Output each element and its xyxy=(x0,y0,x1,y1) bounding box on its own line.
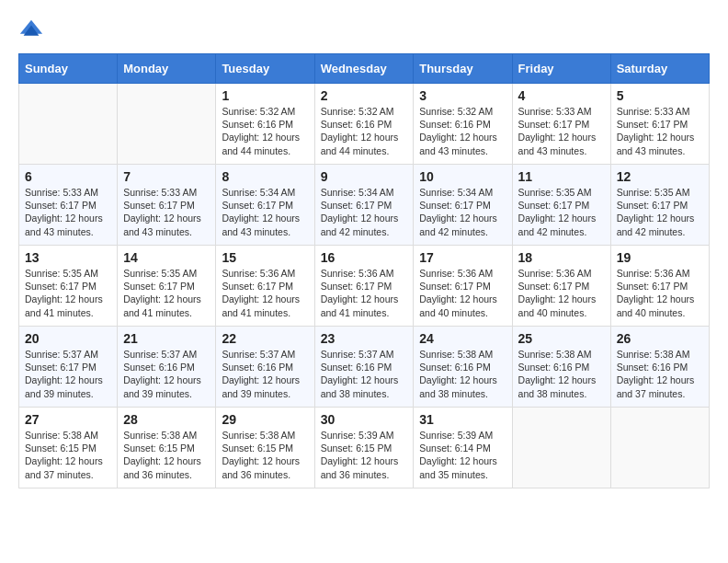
cell-info: Sunrise: 5:32 AMSunset: 6:16 PMDaylight:… xyxy=(222,105,308,157)
cell-info: Sunrise: 5:39 AMSunset: 6:15 PMDaylight:… xyxy=(321,429,408,481)
day-number: 14 xyxy=(123,250,210,265)
calendar-cell: 21Sunrise: 5:37 AMSunset: 6:16 PMDayligh… xyxy=(118,327,216,408)
day-number: 28 xyxy=(123,412,210,427)
page-header xyxy=(18,18,710,44)
cell-info: Sunrise: 5:33 AMSunset: 6:17 PMDaylight:… xyxy=(123,186,210,238)
calendar-cell: 9Sunrise: 5:34 AMSunset: 6:17 PMDaylight… xyxy=(314,165,414,246)
calendar-cell: 17Sunrise: 5:36 AMSunset: 6:17 PMDayligh… xyxy=(414,246,512,327)
calendar-cell: 5Sunrise: 5:33 AMSunset: 6:17 PMDaylight… xyxy=(610,84,709,165)
calendar-cell xyxy=(512,408,610,488)
cell-info: Sunrise: 5:33 AMSunset: 6:17 PMDaylight:… xyxy=(617,105,703,157)
cell-info: Sunrise: 5:36 AMSunset: 6:17 PMDaylight:… xyxy=(419,267,506,319)
day-header-monday: Monday xyxy=(118,54,216,84)
day-number: 17 xyxy=(419,250,506,265)
calendar-cell: 27Sunrise: 5:38 AMSunset: 6:15 PMDayligh… xyxy=(19,408,118,488)
calendar-cell: 2Sunrise: 5:32 AMSunset: 6:16 PMDaylight… xyxy=(314,84,414,165)
day-number: 9 xyxy=(321,169,408,184)
calendar-week-row: 20Sunrise: 5:37 AMSunset: 6:17 PMDayligh… xyxy=(19,327,710,408)
day-header-saturday: Saturday xyxy=(610,54,709,84)
day-number: 6 xyxy=(25,169,111,184)
day-number: 15 xyxy=(222,250,308,265)
calendar-cell: 8Sunrise: 5:34 AMSunset: 6:17 PMDaylight… xyxy=(216,165,314,246)
cell-info: Sunrise: 5:39 AMSunset: 6:14 PMDaylight:… xyxy=(419,429,506,481)
calendar-header-row: SundayMondayTuesdayWednesdayThursdayFrid… xyxy=(19,54,710,84)
calendar-cell: 16Sunrise: 5:36 AMSunset: 6:17 PMDayligh… xyxy=(314,246,414,327)
calendar-cell: 4Sunrise: 5:33 AMSunset: 6:17 PMDaylight… xyxy=(512,84,610,165)
calendar-cell: 7Sunrise: 5:33 AMSunset: 6:17 PMDaylight… xyxy=(118,165,216,246)
calendar-cell xyxy=(19,84,118,165)
day-header-sunday: Sunday xyxy=(19,54,118,84)
calendar-cell: 13Sunrise: 5:35 AMSunset: 6:17 PMDayligh… xyxy=(19,246,118,327)
calendar-cell: 22Sunrise: 5:37 AMSunset: 6:16 PMDayligh… xyxy=(216,327,314,408)
cell-info: Sunrise: 5:34 AMSunset: 6:17 PMDaylight:… xyxy=(321,186,408,238)
calendar-cell: 28Sunrise: 5:38 AMSunset: 6:15 PMDayligh… xyxy=(118,408,216,488)
day-number: 5 xyxy=(617,88,703,103)
calendar-cell xyxy=(118,84,216,165)
calendar-table: SundayMondayTuesdayWednesdayThursdayFrid… xyxy=(18,53,710,488)
day-number: 22 xyxy=(222,331,308,346)
cell-info: Sunrise: 5:38 AMSunset: 6:16 PMDaylight:… xyxy=(518,348,605,400)
calendar-cell: 11Sunrise: 5:35 AMSunset: 6:17 PMDayligh… xyxy=(512,165,610,246)
day-number: 26 xyxy=(617,331,703,346)
calendar-cell: 10Sunrise: 5:34 AMSunset: 6:17 PMDayligh… xyxy=(414,165,512,246)
day-number: 29 xyxy=(222,412,308,427)
cell-info: Sunrise: 5:35 AMSunset: 6:17 PMDaylight:… xyxy=(518,186,605,238)
calendar-week-row: 6Sunrise: 5:33 AMSunset: 6:17 PMDaylight… xyxy=(19,165,710,246)
calendar-cell: 15Sunrise: 5:36 AMSunset: 6:17 PMDayligh… xyxy=(216,246,314,327)
day-number: 23 xyxy=(321,331,408,346)
calendar-cell: 3Sunrise: 5:32 AMSunset: 6:16 PMDaylight… xyxy=(414,84,512,165)
cell-info: Sunrise: 5:36 AMSunset: 6:17 PMDaylight:… xyxy=(518,267,605,319)
day-number: 12 xyxy=(617,169,703,184)
day-number: 10 xyxy=(419,169,506,184)
cell-info: Sunrise: 5:38 AMSunset: 6:15 PMDaylight:… xyxy=(25,429,111,481)
calendar-week-row: 27Sunrise: 5:38 AMSunset: 6:15 PMDayligh… xyxy=(19,408,710,488)
day-number: 24 xyxy=(419,331,506,346)
day-header-thursday: Thursday xyxy=(414,54,512,84)
cell-info: Sunrise: 5:35 AMSunset: 6:17 PMDaylight:… xyxy=(25,267,111,319)
cell-info: Sunrise: 5:32 AMSunset: 6:16 PMDaylight:… xyxy=(321,105,408,157)
logo-icon xyxy=(18,18,44,44)
day-header-friday: Friday xyxy=(512,54,610,84)
day-number: 31 xyxy=(419,412,506,427)
day-number: 20 xyxy=(25,331,111,346)
cell-info: Sunrise: 5:36 AMSunset: 6:17 PMDaylight:… xyxy=(321,267,408,319)
cell-info: Sunrise: 5:35 AMSunset: 6:17 PMDaylight:… xyxy=(123,267,210,319)
calendar-cell: 1Sunrise: 5:32 AMSunset: 6:16 PMDaylight… xyxy=(216,84,314,165)
calendar-week-row: 1Sunrise: 5:32 AMSunset: 6:16 PMDaylight… xyxy=(19,84,710,165)
cell-info: Sunrise: 5:38 AMSunset: 6:15 PMDaylight:… xyxy=(123,429,210,481)
cell-info: Sunrise: 5:35 AMSunset: 6:17 PMDaylight:… xyxy=(617,186,703,238)
cell-info: Sunrise: 5:36 AMSunset: 6:17 PMDaylight:… xyxy=(617,267,703,319)
calendar-cell xyxy=(610,408,709,488)
day-number: 21 xyxy=(123,331,210,346)
day-number: 3 xyxy=(419,88,506,103)
cell-info: Sunrise: 5:37 AMSunset: 6:17 PMDaylight:… xyxy=(25,348,111,400)
calendar-cell: 12Sunrise: 5:35 AMSunset: 6:17 PMDayligh… xyxy=(610,165,709,246)
cell-info: Sunrise: 5:38 AMSunset: 6:15 PMDaylight:… xyxy=(222,429,308,481)
calendar-cell: 14Sunrise: 5:35 AMSunset: 6:17 PMDayligh… xyxy=(118,246,216,327)
day-number: 16 xyxy=(321,250,408,265)
cell-info: Sunrise: 5:32 AMSunset: 6:16 PMDaylight:… xyxy=(419,105,506,157)
cell-info: Sunrise: 5:34 AMSunset: 6:17 PMDaylight:… xyxy=(222,186,308,238)
calendar-cell: 18Sunrise: 5:36 AMSunset: 6:17 PMDayligh… xyxy=(512,246,610,327)
day-number: 25 xyxy=(518,331,605,346)
cell-info: Sunrise: 5:38 AMSunset: 6:16 PMDaylight:… xyxy=(617,348,703,400)
cell-info: Sunrise: 5:37 AMSunset: 6:16 PMDaylight:… xyxy=(222,348,308,400)
calendar-cell: 29Sunrise: 5:38 AMSunset: 6:15 PMDayligh… xyxy=(216,408,314,488)
day-number: 13 xyxy=(25,250,111,265)
day-number: 1 xyxy=(222,88,308,103)
calendar-cell: 23Sunrise: 5:37 AMSunset: 6:16 PMDayligh… xyxy=(314,327,414,408)
day-number: 19 xyxy=(617,250,703,265)
calendar-cell: 19Sunrise: 5:36 AMSunset: 6:17 PMDayligh… xyxy=(610,246,709,327)
day-header-wednesday: Wednesday xyxy=(314,54,414,84)
calendar-cell: 20Sunrise: 5:37 AMSunset: 6:17 PMDayligh… xyxy=(19,327,118,408)
day-number: 27 xyxy=(25,412,111,427)
cell-info: Sunrise: 5:33 AMSunset: 6:17 PMDaylight:… xyxy=(518,105,605,157)
cell-info: Sunrise: 5:37 AMSunset: 6:16 PMDaylight:… xyxy=(123,348,210,400)
day-number: 11 xyxy=(518,169,605,184)
cell-info: Sunrise: 5:38 AMSunset: 6:16 PMDaylight:… xyxy=(419,348,506,400)
calendar-cell: 26Sunrise: 5:38 AMSunset: 6:16 PMDayligh… xyxy=(610,327,709,408)
calendar-cell: 6Sunrise: 5:33 AMSunset: 6:17 PMDaylight… xyxy=(19,165,118,246)
day-number: 4 xyxy=(518,88,605,103)
calendar-cell: 24Sunrise: 5:38 AMSunset: 6:16 PMDayligh… xyxy=(414,327,512,408)
cell-info: Sunrise: 5:34 AMSunset: 6:17 PMDaylight:… xyxy=(419,186,506,238)
